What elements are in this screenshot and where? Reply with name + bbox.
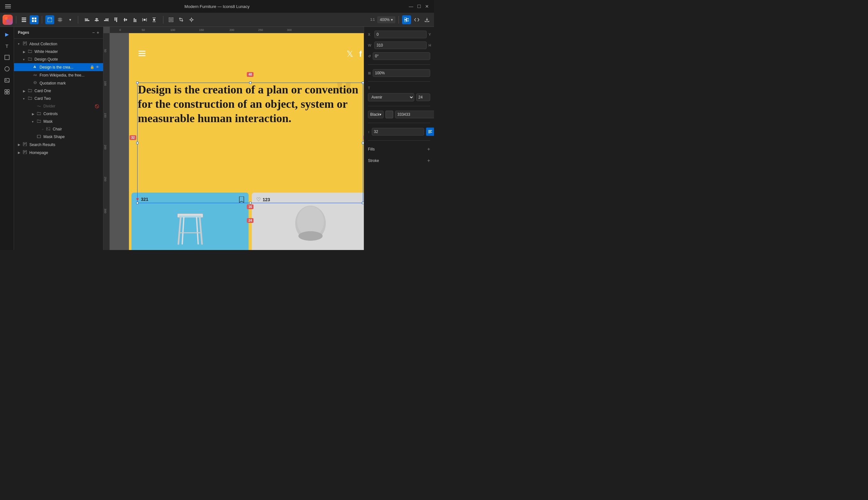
layer-controls[interactable]: ▶ Controls xyxy=(14,110,103,118)
align-center-h-button[interactable] xyxy=(92,15,101,24)
grid-dropdown[interactable]: ▾ xyxy=(66,15,75,24)
twitter-icon: 𝕏 xyxy=(347,49,353,59)
layer-label-chair: Chair xyxy=(53,127,99,132)
aspect-ratio-button[interactable]: 1:1 xyxy=(369,15,376,24)
layer-white-header[interactable]: ▶ White Header 🔒 xyxy=(14,48,103,56)
line-height-input[interactable] xyxy=(372,128,424,136)
angle-input[interactable] xyxy=(373,52,430,60)
handle-ml[interactable] xyxy=(136,142,138,144)
title-bar-left xyxy=(5,4,11,8)
handle-mr[interactable] xyxy=(362,142,364,144)
pages-header-actions: − + xyxy=(92,30,99,35)
color-swatch[interactable] xyxy=(386,111,393,118)
align-text-left-button[interactable] xyxy=(426,127,434,136)
align-bottom-button[interactable] xyxy=(131,15,140,24)
card-two-design[interactable]: ♡ 123 xyxy=(252,193,364,250)
ruler-tick-200: 200 xyxy=(230,29,234,32)
x-input[interactable] xyxy=(374,31,427,38)
svg-rect-51 xyxy=(7,92,9,94)
w-input[interactable] xyxy=(374,42,427,49)
export-button[interactable] xyxy=(423,15,432,24)
layer-quotation-mark[interactable]: Quotation mark xyxy=(14,79,103,87)
svg-line-77 xyxy=(182,217,184,244)
layer-mask[interactable]: ▾ Mask xyxy=(14,118,103,125)
align-left-button[interactable] xyxy=(83,15,92,24)
layer-search-results[interactable]: ▶ Search Results xyxy=(14,141,103,149)
left-sidebar: Pages − + ▾ About Collection ▶ xyxy=(14,27,103,250)
add-fill-button[interactable]: + xyxy=(427,146,430,152)
align-top-button[interactable] xyxy=(111,15,120,24)
distribute-v-button[interactable] xyxy=(150,15,159,24)
line-height-icon: ↕ xyxy=(368,130,370,134)
svg-rect-28 xyxy=(126,19,127,21)
layer-from-wikipedia[interactable]: Aa From Wikipedia, the free... xyxy=(14,71,103,79)
code-export-button[interactable] xyxy=(412,15,421,24)
select-tool[interactable]: ▶ xyxy=(2,29,12,39)
pages-plus-button[interactable]: + xyxy=(97,30,99,35)
svg-rect-21 xyxy=(105,19,108,20)
layer-mask-shape[interactable]: Mask Shape xyxy=(14,133,103,141)
pages-minus-button[interactable]: − xyxy=(92,30,95,35)
align-right-button[interactable] xyxy=(102,15,111,24)
svg-rect-18 xyxy=(96,19,98,20)
svg-rect-69 xyxy=(23,150,26,154)
layer-design-text[interactable]: Aa Design is the crea... 🔒 👁 xyxy=(14,63,103,71)
component-tool[interactable] xyxy=(2,87,12,97)
image-tool[interactable] xyxy=(2,75,12,86)
chevron-card-one: ▶ xyxy=(23,89,27,93)
svg-rect-50 xyxy=(5,92,7,94)
align-middle-button[interactable] xyxy=(121,15,130,24)
svg-rect-74 xyxy=(179,216,201,217)
text-tool[interactable]: T xyxy=(2,41,12,51)
layer-chair[interactable]: ⌐ Chair xyxy=(14,125,103,133)
scale-button[interactable] xyxy=(167,15,176,24)
opacity-input[interactable] xyxy=(373,69,430,77)
ellipse-tool[interactable] xyxy=(2,64,12,74)
layer-about-collection[interactable]: ▾ About Collection xyxy=(14,40,103,48)
svg-point-61 xyxy=(35,82,36,83)
component-button[interactable] xyxy=(187,15,196,24)
grid-toggle[interactable] xyxy=(56,15,65,24)
card-one-likes: ♥ 321 xyxy=(136,196,148,202)
nav-line-3 xyxy=(138,55,145,56)
layer-card-one[interactable]: ▶ Card One xyxy=(14,87,103,95)
frame-tool[interactable] xyxy=(2,52,12,62)
ruler-toggle[interactable] xyxy=(45,15,54,24)
inspector-toggle[interactable] xyxy=(402,15,411,24)
svg-rect-48 xyxy=(5,90,7,91)
font-size-input[interactable] xyxy=(416,93,430,101)
font-family-select[interactable]: Avenir xyxy=(368,93,414,101)
crop-button[interactable] xyxy=(177,15,186,24)
stroke-section: Stroke + xyxy=(368,157,430,165)
distribute-h-button[interactable] xyxy=(140,15,149,24)
canvas-view-toggle[interactable] xyxy=(30,15,38,24)
angle-row: ↺ xyxy=(368,52,430,60)
zoom-control[interactable]: 400% ▾ xyxy=(377,16,396,23)
layer-label-controls: Controls xyxy=(43,112,99,116)
card-one-design[interactable]: ♥ 321 xyxy=(132,193,248,250)
svg-rect-16 xyxy=(86,20,89,21)
fills-label: Fills xyxy=(368,147,375,151)
layer-card-two[interactable]: ▾ Card Two xyxy=(14,95,103,102)
layer-design-quote[interactable]: ▾ Design Quote xyxy=(14,56,103,63)
color-select-wrap[interactable]: Black ▾ xyxy=(368,111,383,118)
minimize-button[interactable]: — xyxy=(409,4,413,9)
chevron-search-results: ▶ xyxy=(18,143,22,146)
layer-divider[interactable]: Divider 🚫 xyxy=(14,102,103,110)
svg-rect-23 xyxy=(114,18,118,18)
svg-rect-37 xyxy=(153,19,155,21)
folder-icon-design-quote xyxy=(28,57,32,61)
chair-image xyxy=(291,204,330,250)
hamburger-menu[interactable] xyxy=(5,4,11,8)
layers-panel-toggle[interactable] xyxy=(20,15,29,24)
add-stroke-button[interactable]: + xyxy=(427,158,430,163)
layer-homepage[interactable]: ▶ Homepage xyxy=(14,149,103,157)
divider-actions: 🚫 xyxy=(95,104,99,109)
color-hex-input[interactable] xyxy=(395,111,434,118)
svg-rect-27 xyxy=(124,18,125,21)
svg-rect-8 xyxy=(32,20,34,22)
maximize-button[interactable]: ☐ xyxy=(417,4,421,9)
close-button[interactable]: ✕ xyxy=(425,4,429,9)
design-frame[interactable]: 𝕏 f " Design is the creation of a plan o… xyxy=(129,33,364,250)
cards-container: ♥ 321 xyxy=(129,193,364,250)
